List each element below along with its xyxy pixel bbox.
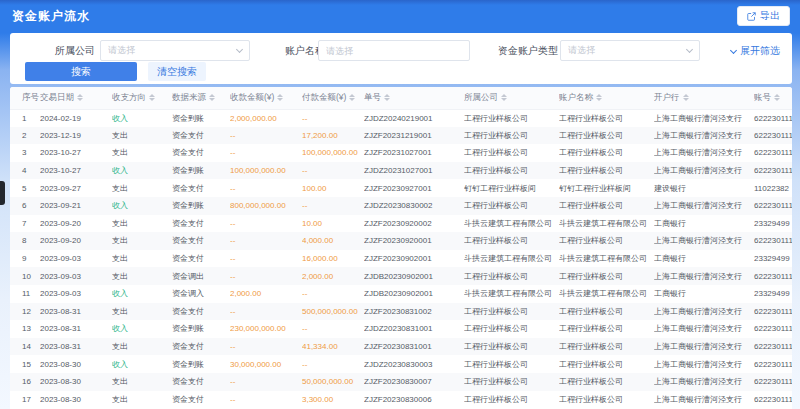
cell-no: 16	[10, 373, 40, 391]
table-row[interactable]: 42023-10-27收入资金到账100,000,000.00--ZJDZ202…	[10, 162, 792, 180]
cell-company: 工程行业样板公司	[464, 338, 559, 356]
table-row[interactable]: 82023-09-20支出资金支付--4,000.00ZJZF202309200…	[10, 232, 792, 250]
column-header-account_no[interactable]: 账号	[754, 87, 792, 109]
sort-icon[interactable]	[277, 94, 284, 101]
export-button[interactable]: 导出	[737, 6, 790, 26]
cell-bank: 上海工商银行漕河泾支行	[654, 267, 754, 285]
cell-order: ZJDZ20230831001	[364, 320, 464, 338]
table-row[interactable]: 152023-08-30收入资金到账30,000,000.00--ZJDZ202…	[10, 355, 792, 373]
cell-account_name: 工程行业样板公司	[559, 197, 654, 215]
sort-icon[interactable]	[501, 94, 508, 101]
sort-icon[interactable]	[209, 94, 216, 101]
column-label: 收款金额(¥)	[230, 92, 274, 102]
cell-account_no: 622230111	[754, 320, 792, 338]
cell-receive: 230,000,000.00	[230, 320, 302, 338]
table-row[interactable]: 72023-09-20支出资金支付--10.00ZJZF20230920002斗…	[10, 215, 792, 233]
cell-account_name: 工程行业样板公司	[559, 144, 654, 162]
cell-no: 5	[10, 179, 40, 197]
table-row[interactable]: 22023-12-19支出资金支付--17,200.00ZJZF20231219…	[10, 127, 792, 145]
cell-date: 2023-12-19	[40, 127, 112, 145]
table-row[interactable]: 92023-09-03支出资金支付--16,000.00ZJZF20230902…	[10, 250, 792, 268]
account-type-select[interactable]: 请选择	[560, 40, 700, 61]
cell-bank: 上海工商银行漕河泾支行	[654, 373, 754, 391]
cell-order: ZJZF20230831001	[364, 338, 464, 356]
table-row[interactable]: 162023-08-30支出资金支付--50,000,000.00ZJZF202…	[10, 373, 792, 391]
cell-date: 2023-09-20	[40, 215, 112, 233]
search-button[interactable]: 搜索	[25, 62, 137, 81]
sort-icon[interactable]	[596, 94, 603, 101]
cell-account_no: 622230111	[754, 338, 792, 356]
cell-direction: 支出	[112, 338, 172, 356]
table-header-row: 序号交易日期收支方向数据来源收款金额(¥)付款金额(¥)单号所属公司账户名称开户…	[10, 87, 792, 109]
cell-receive: 30,000,000.00	[230, 355, 302, 373]
cell-account_no: 622230111	[754, 197, 792, 215]
expand-filters-link[interactable]: 展开筛选	[731, 44, 780, 58]
table-row[interactable]: 112023-09-03收入资金调入2,000.00--ZJDB20230902…	[10, 285, 792, 303]
cell-bank: 上海工商银行漕河泾支行	[654, 320, 754, 338]
cell-pay: 4,000.00	[302, 232, 364, 250]
cell-direction: 收入	[112, 320, 172, 338]
cell-date: 2023-08-30	[40, 373, 112, 391]
column-header-date[interactable]: 交易日期	[40, 87, 112, 109]
cell-account_name: 工程行业样板公司	[559, 338, 654, 356]
column-label: 账号	[754, 92, 771, 102]
sort-icon[interactable]	[149, 94, 156, 101]
chevron-down-icon	[686, 45, 693, 52]
column-header-pay[interactable]: 付款金额(¥)	[302, 87, 364, 109]
account-name-input[interactable]	[326, 46, 462, 56]
cell-source: 资金支付	[172, 144, 230, 162]
cell-source: 资金到账	[172, 197, 230, 215]
chevron-down-icon	[236, 45, 243, 52]
column-header-source[interactable]: 数据来源	[172, 87, 230, 109]
table-row[interactable]: 32023-10-27支出资金支付--100,000,000.00ZJZF202…	[10, 144, 792, 162]
company-select[interactable]: 请选择	[100, 40, 250, 61]
sort-icon[interactable]	[77, 94, 84, 101]
cell-account_no: 622230111	[754, 373, 792, 391]
table-row[interactable]: 52023-09-27支出资金支付--100.00ZJZF20230927001…	[10, 179, 792, 197]
cell-company: 钉钉工程行业样板间	[464, 179, 559, 197]
cell-order: ZJZF20230920002	[364, 215, 464, 233]
cell-order: ZJDB20230902001	[364, 285, 464, 303]
cell-company: 工程行业样板公司	[464, 232, 559, 250]
column-header-direction[interactable]: 收支方向	[112, 87, 172, 109]
cell-order: ZJDB20230902001	[364, 267, 464, 285]
cell-receive: --	[230, 267, 302, 285]
table-row[interactable]: 12024-02-19收入资金到账2,000,000.00--ZJDZ20240…	[10, 109, 792, 127]
cell-company: 斗拱云建筑工程有限公司	[464, 285, 559, 303]
drawer-handle[interactable]	[0, 181, 5, 205]
column-header-bank[interactable]: 开户行	[654, 87, 754, 109]
cell-no: 10	[10, 267, 40, 285]
company-filter-label: 所属公司	[55, 44, 95, 58]
column-header-account_name[interactable]: 账户名称	[559, 87, 654, 109]
table-row[interactable]: 132023-08-31收入资金到账230,000,000.00--ZJDZ20…	[10, 320, 792, 338]
cell-receive: --	[230, 303, 302, 321]
cell-bank: 上海工商银行漕河泾支行	[654, 338, 754, 356]
cell-bank: 上海工商银行漕河泾支行	[654, 162, 754, 180]
clear-search-button[interactable]: 清空搜索	[148, 62, 206, 81]
cell-direction: 支出	[112, 232, 172, 250]
table-row[interactable]: 122023-08-31支出资金支付--500,000,000.00ZJZF20…	[10, 303, 792, 321]
table-row[interactable]: 172023-08-30支出资金支付--3,300.00ZJZF20230830…	[10, 391, 792, 409]
cell-date: 2023-09-03	[40, 285, 112, 303]
sort-icon[interactable]	[349, 94, 356, 101]
chevron-down-icon	[730, 46, 737, 53]
cell-source: 资金支付	[172, 250, 230, 268]
account-name-input-wrap	[318, 40, 470, 61]
column-header-company[interactable]: 所属公司	[464, 87, 559, 109]
cell-order: ZJDZ20230830002	[364, 197, 464, 215]
column-header-order[interactable]: 单号	[364, 87, 464, 109]
cell-bank: 上海工商银行漕河泾支行	[654, 355, 754, 373]
cell-pay: 2,000.00	[302, 267, 364, 285]
cell-order: ZJZF20230831002	[364, 303, 464, 321]
cell-date: 2023-09-27	[40, 179, 112, 197]
table-row[interactable]: 142023-08-31支出资金支付--41,334.00ZJZF2023083…	[10, 338, 792, 356]
column-header-receive[interactable]: 收款金额(¥)	[230, 87, 302, 109]
cell-no: 6	[10, 197, 40, 215]
table-row[interactable]: 102023-09-03支出资金调出--2,000.00ZJDB20230902…	[10, 267, 792, 285]
cell-receive: --	[230, 338, 302, 356]
sort-icon[interactable]	[683, 94, 690, 101]
table-row[interactable]: 62023-09-21收入资金到账800,000,000.00--ZJDZ202…	[10, 197, 792, 215]
sort-icon[interactable]	[774, 94, 781, 101]
sort-icon[interactable]	[384, 94, 391, 101]
cell-account_no: 11022382	[754, 179, 792, 197]
